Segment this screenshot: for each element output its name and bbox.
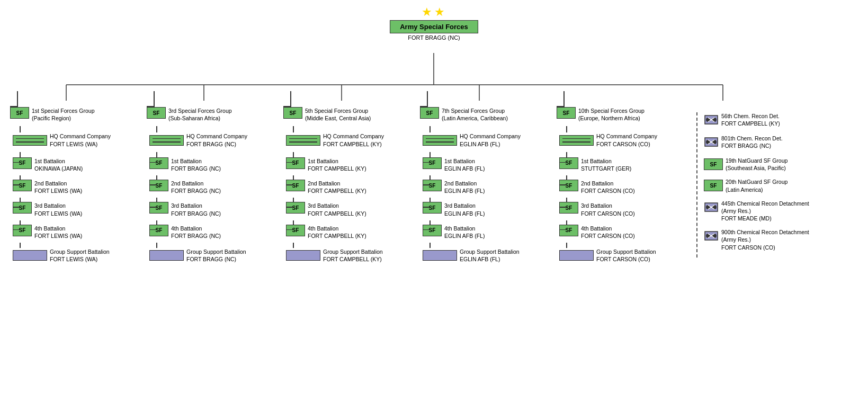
col2-hq-text: HQ Command Company FORT BRAGG (NC) — [186, 132, 247, 147]
col5-header: SF 10th Special Forces Group (Europe, No… — [557, 107, 689, 122]
col2-battalions: SF1st BattalionFORT BRAGG (NC)SF2nd Batt… — [147, 157, 279, 240]
right-item-3: SF20th NatGuard SF Group(Latin America) — [704, 178, 813, 193]
col3-hq-text: HQ Command Company FORT CAMPBELL (KY) — [323, 132, 384, 147]
top-section: ★★ Army Special Forces FORT BRAGG (NC) — [0, 0, 868, 41]
col3-battalions: SF1st BattalionFORT CAMPBELL (KY)SF2nd B… — [283, 157, 416, 240]
col5-bat1-text: 1st BattalionSTUTTGART (GER) — [581, 157, 631, 172]
col5-gsb: Group Support Battalion FORT CARSON (CO) — [559, 248, 689, 263]
col1-gsb-box — [13, 250, 47, 261]
right-item-0: 56th Chem. Recon Det.FORT CAMPBELL (KY) — [704, 112, 813, 128]
col3-bat-2: SF2nd BattalionFORT CAMPBELL (KY) — [286, 180, 416, 194]
col5-bat2-sf-box: SF — [559, 180, 578, 191]
col4-gsb-box — [423, 250, 457, 261]
sf-box: SF — [704, 180, 723, 191]
col5-header-text: 10th Special Forces Group (Europe, North… — [578, 107, 645, 122]
right-item-2: SF19th NatGuard SF Group(Southeast Asia,… — [704, 157, 813, 172]
col3-bat-1: SF1st BattalionFORT CAMPBELL (KY) — [286, 157, 416, 172]
col5-bat3-text: 3rd BattalionFORT CARSON (CO) — [581, 202, 635, 217]
col1-bat4-sf-box: SF — [13, 225, 32, 236]
col1-hq: HQ Command Company FORT LEWIS (WA) — [13, 132, 142, 147]
col3-sf-box: SF — [283, 107, 302, 119]
col3-gsb-text: Group Support Battalion FORT CAMPBELL (K… — [323, 248, 383, 263]
col2-header: SF 3rd Special Forces Group (Sub-Saharan… — [147, 107, 279, 122]
col5-hq-text: HQ Command Company FORT CARSON (CO) — [596, 132, 657, 147]
col2-bat-4: SF4th BattalionFORT BRAGG (NC) — [149, 225, 279, 240]
right-item-4: 445th Chemical Recon Detachment (Army Re… — [704, 200, 813, 223]
col4-bat3-sf-box: SF — [423, 202, 442, 214]
col1-bat1-sf-box: SF — [13, 157, 32, 169]
col2-bat-1: SF1st BattalionFORT BRAGG (NC) — [149, 157, 279, 172]
col3-bat3-sf-box: SF — [286, 202, 305, 214]
col5-bat3-sf-box: SF — [559, 202, 578, 214]
col5-bat4-text: 4th BattalionFORT CARSON (CO) — [581, 225, 635, 240]
col5-hq-box — [559, 135, 594, 146]
col4-bat2-sf-box: SF — [423, 180, 442, 191]
right-item-0-text: 56th Chem. Recon Det.FORT CAMPBELL (KY) — [721, 112, 780, 127]
col3-gsb: Group Support Battalion FORT CAMPBELL (K… — [286, 248, 416, 263]
col5-gsb-text: Group Support Battalion FORT CARSON (CO) — [596, 248, 656, 263]
col3-bat4-text: 4th BattalionFORT CAMPBELL (KY) — [308, 225, 366, 240]
col3-bat-3: SF3rd BattalionFORT CAMPBELL (KY) — [286, 202, 416, 217]
col2-gsb: Group Support Battalion FORT BRAGG (NC) — [149, 248, 279, 263]
col2-hq-box — [149, 135, 184, 146]
col1-bat2-sf-box: SF — [13, 180, 32, 191]
top-location: FORT BRAGG (NC) — [408, 34, 460, 41]
right-items: 56th Chem. Recon Det.FORT CAMPBELL (KY) … — [704, 112, 813, 251]
col4-bat3-text: 3rd BattalionEGLIN AFB (FL) — [444, 202, 485, 217]
col2-header-text: 3rd Special Forces Group (Sub-Saharan Af… — [168, 107, 232, 122]
col4-bat2-text: 2nd BattalionEGLIN AFB (FL) — [444, 180, 485, 194]
col5-battalions: SF1st BattalionSTUTTGART (GER)SF2nd Batt… — [557, 157, 689, 240]
column-5: SF 10th Special Forces Group (Europe, No… — [554, 107, 691, 263]
col2-gsb-box — [149, 250, 184, 261]
right-item-5: 900th Chemical Recon Detachment (Army Re… — [704, 228, 813, 251]
col5-sf-box: SF — [557, 107, 576, 119]
col1-sf-box: SF — [10, 107, 29, 119]
chem-recon-icon — [704, 112, 719, 128]
col4-battalions: SF1st BattalionEGLIN AFB (FL)SF2nd Batta… — [420, 157, 552, 240]
col2-bat-2: SF2nd BattalionFORT BRAGG (NC) — [149, 180, 279, 194]
col2-bat4-sf-box: SF — [149, 225, 168, 236]
col4-hq-text: HQ Command Company EGLIN AFB (FL) — [460, 132, 521, 147]
col4-gsb-text: Group Support Battalion EGLIN AFB (FL) — [460, 248, 520, 263]
col4-header-text: 7th Special Forces Group (Latin America,… — [442, 107, 508, 122]
right-item-1: 801th Chem. Recon Det.FORT BRAGG (NC) — [704, 135, 813, 150]
sf-box: SF — [704, 158, 723, 170]
col1-bat3-text: 3rd BattalionFORT LEWIS (WA) — [34, 202, 82, 217]
col3-bat1-sf-box: SF — [286, 157, 305, 169]
col1-bat2-text: 2nd BattalionFORT LEWIS (WA) — [34, 180, 82, 194]
col4-bat-3: SF3rd BattalionEGLIN AFB (FL) — [423, 202, 552, 217]
col1-bat4-text: 4th BattalionFORT LEWIS (WA) — [34, 225, 82, 240]
column-3: SF 5th Special Forces Group (Middle East… — [281, 107, 418, 263]
col1-bat-1: SF1st BattalionOKINAWA (JAPAN) — [13, 157, 142, 172]
col1-hq-text: HQ Command Company FORT LEWIS (WA) — [50, 132, 111, 147]
col5-bat-4: SF4th BattalionFORT CARSON (CO) — [559, 225, 689, 240]
col3-bat3-text: 3rd BattalionFORT CAMPBELL (KY) — [308, 202, 366, 217]
col1-bat1-text: 1st BattalionOKINAWA (JAPAN) — [34, 157, 83, 172]
col3-hq: HQ Command Company FORT CAMPBELL (KY) — [286, 132, 416, 147]
col4-hq: HQ Command Company EGLIN AFB (FL) — [423, 132, 552, 147]
col4-bat-1: SF1st BattalionEGLIN AFB (FL) — [423, 157, 552, 172]
col5-bat-3: SF3rd BattalionFORT CARSON (CO) — [559, 202, 689, 217]
col4-bat-2: SF2nd BattalionEGLIN AFB (FL) — [423, 180, 552, 194]
col1-hq-box — [13, 135, 47, 146]
col1-bat-2: SF2nd BattalionFORT LEWIS (WA) — [13, 180, 142, 194]
col2-bat3-sf-box: SF — [149, 202, 168, 214]
col3-bat2-text: 2nd BattalionFORT CAMPBELL (KY) — [308, 180, 366, 194]
right-section: 56th Chem. Recon Det.FORT CAMPBELL (KY) … — [696, 112, 813, 258]
org-chart: ★★ Army Special Forces FORT BRAGG (NC) S… — [0, 0, 868, 263]
col4-bat1-sf-box: SF — [423, 157, 442, 169]
col5-bat2-text: 2nd BattalionFORT CARSON (CO) — [581, 180, 635, 194]
col3-bat1-text: 1st BattalionFORT CAMPBELL (KY) — [308, 157, 366, 172]
column-1: SF 1st Special Forces Group (Pacific Reg… — [8, 107, 145, 263]
chem-recon-icon — [704, 200, 719, 216]
right-item-4-text: 445th Chemical Recon Detachment (Army Re… — [721, 200, 813, 223]
col3-hq-box — [286, 135, 320, 146]
col5-bat-1: SF1st BattalionSTUTTGART (GER) — [559, 157, 689, 172]
col1-gsb-text: Group Support Battalion FORT LEWIS (WA) — [50, 248, 110, 263]
col5-gsb-box — [559, 250, 594, 261]
col5-bat1-sf-box: SF — [559, 157, 578, 169]
col3-bat4-sf-box: SF — [286, 225, 305, 236]
col3-gsb-box — [286, 250, 320, 261]
col2-bat-3: SF3rd BattalionFORT BRAGG (NC) — [149, 202, 279, 217]
right-item-2-text: 19th NatGuard SF Group(Southeast Asia, P… — [726, 157, 788, 172]
